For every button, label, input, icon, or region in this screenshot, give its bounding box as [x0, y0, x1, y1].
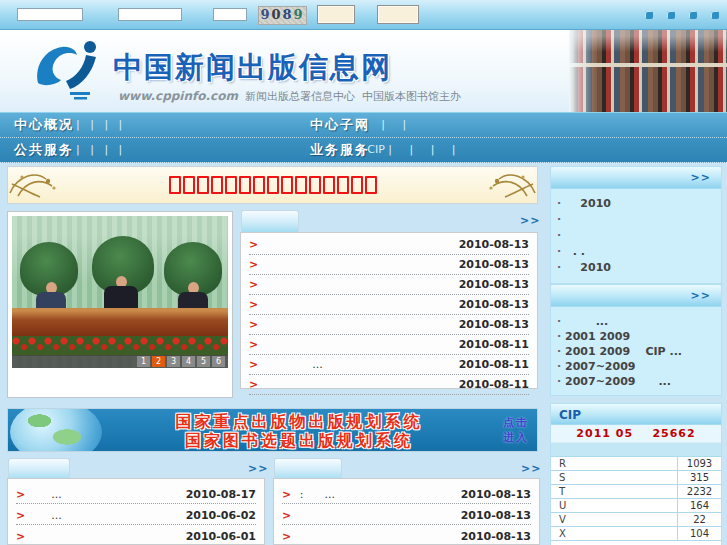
nav-public-service[interactable]: 公共服务: [14, 138, 74, 162]
news-list: 2010-08-13 2010-08-13 2010-08-13 2010-08…: [240, 232, 538, 389]
sidebar-list-item[interactable]: 2010: [557, 196, 715, 212]
news-item[interactable]: 2010-08-11: [249, 335, 529, 355]
topbar-link-icon[interactable]: [689, 11, 697, 19]
topbar-input-2[interactable]: [118, 8, 182, 21]
topbar-link-icon[interactable]: [711, 11, 719, 19]
topbar-button-2[interactable]: [377, 5, 419, 24]
announcement-text-placeholder[interactable]: [64, 176, 481, 194]
topbar-link-icon[interactable]: [667, 11, 675, 19]
arrow-bullet-icon: [282, 530, 291, 543]
site-logo-icon: [32, 37, 110, 103]
slideshow-page[interactable]: 5: [197, 356, 210, 367]
news-tab[interactable]: [241, 210, 299, 232]
cip-count: 104: [678, 527, 721, 540]
sidebar-list-item[interactable]: 2007~2009: [557, 359, 715, 374]
news-item[interactable]: 2010-08-13: [249, 315, 529, 335]
news-date: 2010-08-11: [459, 358, 529, 371]
promo-enter-link[interactable]: 点击 进入: [503, 415, 529, 445]
bottom-left-tab[interactable]: [8, 458, 70, 480]
sidebar-list-item[interactable]: 2007~2009 ...: [557, 374, 715, 389]
sidebar-panel-2-more-link[interactable]: >>: [691, 289, 711, 302]
bottom-mid-more-link[interactable]: >>: [521, 462, 541, 475]
sidebar-list-item[interactable]: [557, 228, 715, 244]
missing-glyph-box: [351, 176, 363, 194]
news-item[interactable]: ... 2010-08-17: [16, 485, 256, 504]
news-date: 2010-08-13: [459, 258, 529, 271]
news-item[interactable]: ... 2010-06-02: [16, 506, 256, 525]
sidebar-panel-1-more-link[interactable]: >>: [691, 171, 711, 184]
missing-glyph-box: [197, 176, 209, 194]
news-date: 2010-08-13: [461, 530, 531, 543]
missing-glyph-box: [169, 176, 181, 194]
nav-center-overview[interactable]: 中心概况: [14, 113, 74, 137]
news-title[interactable]: ...: [263, 358, 458, 371]
sidebar-panel-1: >> 2010 . . 2010: [550, 166, 722, 284]
cip-category: U: [551, 499, 678, 512]
arrow-bullet-icon: [282, 509, 291, 522]
cip-category: S: [551, 471, 678, 484]
sidebar-list-item[interactable]: . .: [557, 244, 715, 260]
sidebar-list-item[interactable]: 2001 2009 CIP ...: [557, 344, 715, 359]
news-item[interactable]: 2010-08-13: [282, 527, 531, 545]
missing-glyph-box: [337, 176, 349, 194]
promo-banner[interactable]: 国家重点出版物出版规划系统 国家图书选题出版规划系统 点击 进入: [7, 408, 538, 452]
arrow-bullet-icon: [249, 338, 258, 351]
arrow-bullet-icon: [249, 298, 258, 311]
cip-category: R: [551, 457, 678, 470]
slideshow-page[interactable]: 2: [152, 356, 165, 367]
cip-panel: CIP 2011 05 25662 R 1093 S 315 T 2232: [550, 403, 722, 545]
cip-panel-header: CIP: [551, 404, 721, 425]
topbar-link-icon[interactable]: [645, 11, 653, 19]
news-item[interactable]: ... 2010-08-11: [249, 355, 529, 375]
nav-subnet-links[interactable]: | | |: [360, 113, 406, 137]
cip-stat-line: 2011 05 25662: [551, 425, 721, 442]
site-header: 中国新闻出版信息网 www.cppinfo.com 新闻出版总署信息中心 中国版…: [0, 30, 727, 112]
sidebar-list-item[interactable]: [557, 212, 715, 228]
nav-business-links[interactable]: | CIP | | | |: [360, 138, 456, 162]
news-item[interactable]: 2010-06-01: [16, 527, 256, 545]
news-item[interactable]: 2010-08-11: [249, 375, 529, 395]
sidebar-panel-2: >> ...2001 20092001 2009 CIP ...2007~200…: [550, 284, 722, 396]
nav-row-2: 公共服务 | | | | 业务服务 | CIP | | | |: [0, 138, 727, 163]
topbar-button-1[interactable]: [317, 5, 355, 24]
arrow-bullet-icon: [249, 318, 258, 331]
sidebar-list-item[interactable]: 2010: [557, 260, 715, 276]
sidebar-list-item[interactable]: ...: [557, 314, 715, 329]
news-more-link[interactable]: >>: [520, 214, 540, 227]
news-item[interactable]: 2010-08-13: [249, 235, 529, 255]
nav-public-links[interactable]: | | | |: [76, 138, 122, 162]
bottom-left-list: ... 2010-08-17 ... 2010-06-02 2010-06-01: [7, 478, 265, 545]
main-nav: 中心概况 | | | | 中心子网 | | | 公共服务 | | | | 业务服…: [0, 112, 727, 163]
slideshow-photo[interactable]: 123456: [12, 216, 228, 368]
promo-line-2: 国家图书选题出版规划系统: [104, 431, 494, 450]
news-item[interactable]: 2010-08-13: [249, 275, 529, 295]
news-title[interactable]: ...: [30, 488, 185, 501]
news-item[interactable]: 2010-08-13: [249, 295, 529, 315]
person-figure: [176, 282, 210, 310]
news-item[interactable]: : ... 2010-08-13: [282, 485, 531, 504]
nav-overview-links[interactable]: | | | |: [76, 113, 122, 137]
news-item[interactable]: 2010-08-13: [282, 506, 531, 525]
bottom-mid-tab[interactable]: [274, 458, 342, 480]
topbar-input-3[interactable]: [213, 8, 247, 21]
topbar-input-1[interactable]: [17, 8, 83, 21]
cip-table-row: T 2232: [551, 485, 721, 499]
flower-row: [12, 336, 228, 356]
slideshow-page[interactable]: 6: [212, 356, 225, 367]
news-date: 2010-06-01: [186, 530, 256, 543]
news-title[interactable]: : ...: [296, 488, 460, 501]
news-item[interactable]: 2010-08-13: [249, 255, 529, 275]
news-title[interactable]: ...: [30, 509, 185, 522]
slideshow-page[interactable]: 1: [137, 356, 150, 367]
arrow-bullet-icon: [249, 238, 258, 251]
arrow-bullet-icon: [16, 530, 25, 543]
sidebar-list-item[interactable]: 2001 2009: [557, 329, 715, 344]
news-date: 2010-08-11: [459, 338, 529, 351]
slideshow-page[interactable]: 3: [167, 356, 180, 367]
announcement-banner[interactable]: [7, 166, 538, 204]
conference-table: [12, 308, 228, 338]
bottom-left-more-link[interactable]: >>: [248, 462, 268, 475]
slideshow-page[interactable]: 4: [182, 356, 195, 367]
news-date: 2010-08-11: [459, 378, 529, 391]
bottom-mid-list: : ... 2010-08-13 2010-08-13 2010-08-13: [273, 478, 540, 545]
